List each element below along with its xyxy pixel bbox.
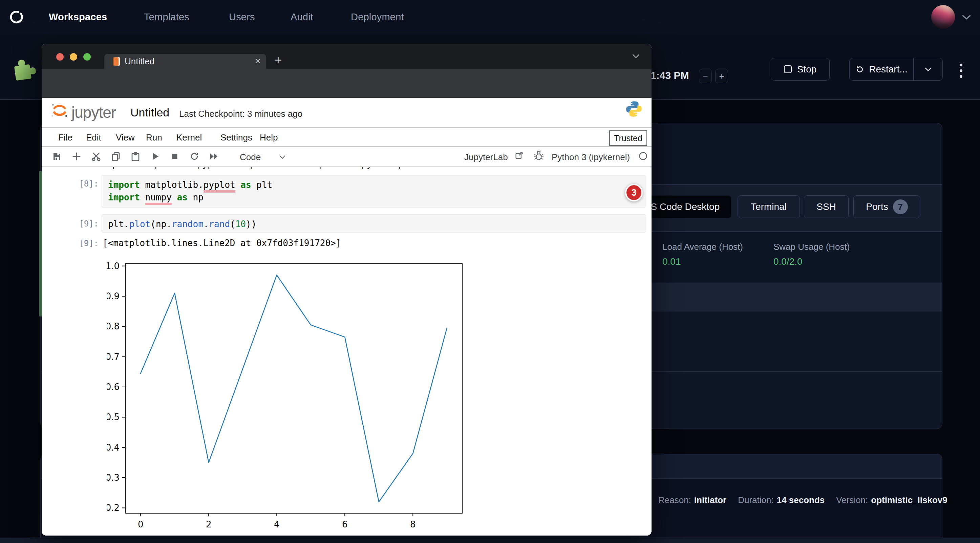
cell-prompt: [9]: [69, 219, 99, 229]
user-menu-chevron-icon[interactable] [962, 14, 971, 20]
jupyter-notebook-page: jupyter Untitled Last Checkpoint: 3 minu… [41, 98, 652, 535]
terminal-button[interactable]: Terminal [738, 195, 800, 218]
build-version: Version:optimistic_liskov9 [836, 495, 947, 505]
menu-help[interactable]: Help [260, 132, 278, 143]
reason-value: initiator [694, 495, 726, 505]
notebook-title[interactable]: Untitled [130, 106, 169, 119]
menu-kernel[interactable]: Kernel [177, 132, 202, 143]
swap-usage-stat: Swap Usage (Host) 0.0/2.0 [773, 242, 850, 267]
menu-settings[interactable]: Settings [220, 132, 252, 143]
tab-strip: Untitled × + [41, 44, 652, 69]
ports-button[interactable]: Ports 7 [853, 195, 920, 218]
ports-count-badge: 7 [893, 199, 908, 214]
workspace-more-menu[interactable] [960, 64, 963, 78]
version-label: Version: [836, 495, 868, 505]
menu-file[interactable]: File [58, 132, 72, 143]
restart-kernel-button[interactable] [189, 151, 199, 162]
cell-type-chevron-icon[interactable] [279, 155, 286, 159]
workspace-running-status-bar [39, 171, 41, 316]
paste-cell-button[interactable] [130, 151, 140, 162]
version-value: optimistic_liskov9 [871, 495, 947, 505]
svg-text:0.5: 0.5 [107, 412, 119, 422]
stop-icon [784, 65, 792, 73]
svg-text:8: 8 [410, 519, 416, 529]
svg-text:0.9: 0.9 [107, 291, 119, 301]
new-tab-button[interactable]: + [275, 53, 282, 67]
cut-cell-button[interactable] [91, 151, 101, 162]
clock-text: 11:43 PM [646, 70, 689, 81]
svg-text:0.7: 0.7 [107, 352, 119, 362]
code-cell[interactable]: import matplotlib.pyplot as pltimport nu… [102, 175, 646, 208]
svg-text:0.4: 0.4 [107, 443, 119, 452]
reason-label: Reason: [658, 495, 691, 505]
next-card-edge [0, 538, 980, 543]
svg-text:1.0: 1.0 [107, 261, 119, 271]
restart-run-all-button[interactable] [209, 151, 219, 162]
browser-toolbar: ← → 5555--main--test--matifali.atif.cdr.… [41, 69, 652, 98]
window-minimize-button[interactable] [70, 53, 77, 60]
load-average-stat: Load Average (Host) 0.01 [662, 242, 743, 267]
ssh-label: SSH [816, 202, 836, 212]
load-average-label: Load Average (Host) [662, 242, 743, 252]
top-navbar: Workspaces Templates Users Audit Deploym… [0, 0, 980, 34]
restart-button[interactable]: Restart... [850, 58, 913, 80]
stop-workspace-button[interactable]: Stop [771, 58, 830, 81]
cell-prompt: [8]: [69, 179, 99, 189]
svg-text:0.6: 0.6 [107, 382, 119, 392]
swap-usage-value: 0.0/2.0 [773, 256, 850, 267]
trusted-button[interactable]: Trusted [609, 130, 647, 146]
nav-item-workspaces[interactable]: Workspaces [49, 11, 107, 23]
jupyter-brand-text: jupyter [72, 103, 116, 122]
menu-edit[interactable]: Edit [86, 132, 101, 143]
restart-label: Restart... [869, 64, 908, 75]
svg-text:0.3: 0.3 [107, 473, 119, 483]
window-close-button[interactable] [56, 53, 64, 60]
ssh-button[interactable]: SSH [804, 195, 849, 218]
run-cell-button[interactable] [150, 151, 160, 162]
open-jupyterlab-link[interactable]: JupyterLab [464, 152, 508, 162]
restart-options-button[interactable] [914, 58, 943, 80]
svg-text:2: 2 [206, 519, 212, 529]
user-avatar[interactable] [931, 5, 955, 29]
external-link-icon[interactable] [514, 151, 524, 160]
restart-workspace-split-button[interactable]: Restart... [849, 58, 943, 81]
restart-icon [855, 65, 864, 74]
svg-text:0: 0 [138, 519, 143, 529]
window-zoom-button[interactable] [83, 53, 91, 60]
code-cell[interactable]: plt.plot(np.random.rand(10)) [102, 214, 646, 233]
python-kernel-logo-icon [625, 100, 643, 118]
nav-item-deployment[interactable]: Deployment [351, 11, 404, 23]
interrupt-kernel-button[interactable] [170, 151, 180, 162]
chrome-browser-window: Untitled × + ← → 5555--main--test--matif… [41, 44, 652, 535]
terminal-label: Terminal [751, 202, 787, 212]
swap-usage-label: Swap Usage (Host) [773, 242, 850, 252]
tab-close-icon[interactable]: × [255, 54, 261, 68]
increase-button[interactable]: + [715, 69, 728, 83]
copy-cell-button[interactable] [111, 151, 121, 162]
menu-divider [41, 146, 652, 147]
nav-item-users[interactable]: Users [229, 11, 255, 23]
toolbar-divider [41, 166, 652, 167]
matplotlib-line-chart: 0.20.30.40.50.60.70.80.91.002468 [107, 259, 466, 533]
tab-title: Untitled [125, 54, 154, 69]
save-button[interactable] [52, 151, 62, 162]
load-average-value: 0.01 [662, 256, 743, 267]
build-meta-row: Reason:initiator Duration:14 seconds Ver… [658, 495, 948, 505]
add-cell-button[interactable] [72, 151, 82, 162]
menu-view[interactable]: View [116, 132, 135, 143]
debugger-bug-icon[interactable] [533, 150, 544, 161]
build-reason: Reason:initiator [658, 495, 726, 505]
nav-item-templates[interactable]: Templates [144, 11, 189, 23]
tab-search-chevron-icon[interactable] [632, 53, 640, 59]
coder-logo-icon[interactable] [8, 9, 25, 26]
kernel-status-icon [638, 151, 648, 161]
nav-item-audit[interactable]: Audit [291, 11, 313, 23]
ports-label: Ports [866, 202, 888, 212]
svg-text:6: 6 [342, 519, 348, 529]
browser-tab[interactable]: Untitled × [104, 54, 266, 69]
kernel-name[interactable]: Python 3 (ipykernel) [552, 152, 630, 162]
decrease-button[interactable]: − [699, 69, 712, 83]
menu-run[interactable]: Run [146, 132, 162, 143]
jupyter-favicon-icon [113, 57, 120, 66]
cell-type-select[interactable]: Code [240, 152, 261, 162]
